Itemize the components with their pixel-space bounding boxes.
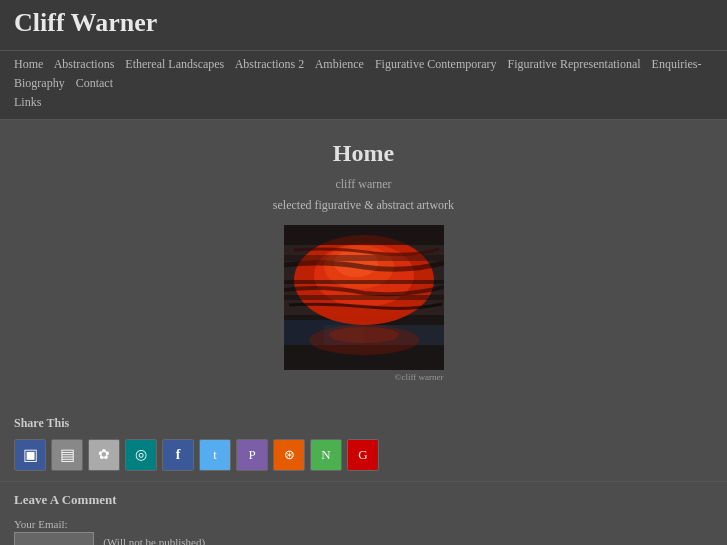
email-note: (Will not be published) — [103, 536, 205, 545]
stumbleupon-icon: ◎ — [135, 446, 147, 463]
share-icon-google[interactable]: G — [347, 439, 379, 471]
digg-icon: ▤ — [60, 445, 75, 464]
share-icon-stumbleupon[interactable]: ◎ — [125, 439, 157, 471]
nav-ambience[interactable]: Ambience — [315, 57, 364, 71]
svg-rect-10 — [284, 295, 444, 300]
newsvine-icon: N — [321, 447, 330, 463]
site-title: Cliff Warner — [14, 8, 713, 38]
nav-figurative-contemporary[interactable]: Figurative Contemporary — [375, 57, 497, 71]
share-icon-newsvine[interactable]: N — [310, 439, 342, 471]
nav-links[interactable]: Links — [14, 95, 41, 109]
share-icon-digg[interactable]: ▤ — [51, 439, 83, 471]
svg-rect-8 — [284, 255, 444, 261]
share-icon-delicious[interactable]: ✿ — [88, 439, 120, 471]
delicious-icon: ✿ — [98, 446, 110, 463]
rss-icon: ⊛ — [284, 447, 295, 463]
share-icon-facebook[interactable]: f — [162, 439, 194, 471]
description: selected figurative & abstract artwork — [20, 198, 707, 213]
painting-container: ©cliff warner — [284, 225, 444, 380]
svg-rect-13 — [284, 225, 444, 245]
email-label: Your Email: — [14, 518, 713, 530]
share-icon-twitter[interactable]: t — [199, 439, 231, 471]
svg-point-12 — [329, 327, 399, 343]
nav-abstractions2[interactable]: Abstractions 2 — [235, 57, 305, 71]
google-icon: G — [358, 447, 367, 463]
windows-live-icon: ▣ — [23, 445, 38, 464]
email-input[interactable] — [14, 532, 94, 545]
share-title: Share This — [14, 416, 713, 431]
main-content: Home cliff warner selected figurative & … — [0, 120, 727, 406]
comment-title: Leave A Comment — [14, 492, 713, 508]
svg-rect-9 — [284, 280, 444, 284]
nav-home[interactable]: Home — [14, 57, 43, 71]
nav-contact[interactable]: Contact — [76, 76, 113, 90]
painting-artwork — [284, 225, 444, 370]
pinterest-icon: P — [248, 447, 255, 463]
site-header: Cliff Warner — [0, 0, 727, 51]
nav-abstractions[interactable]: Abstractions — [54, 57, 115, 71]
share-icon-windows-live[interactable]: ▣ — [14, 439, 46, 471]
twitter-icon: t — [213, 447, 217, 463]
share-section: Share This ▣ ▤ ✿ ◎ f t P ⊛ N G — [0, 406, 727, 481]
painting-credit: ©cliff warner — [284, 372, 444, 382]
share-icon-rss[interactable]: ⊛ — [273, 439, 305, 471]
share-icon-pinterest[interactable]: P — [236, 439, 268, 471]
subtitle: cliff warner — [20, 177, 707, 192]
comment-section: Leave A Comment Your Email: (Will not be… — [0, 481, 727, 545]
facebook-icon: f — [176, 447, 181, 463]
nav-ethereal[interactable]: Ethereal Landscapes — [125, 57, 224, 71]
email-row: Your Email: (Will not be published) — [14, 518, 713, 545]
share-icons-list: ▣ ▤ ✿ ◎ f t P ⊛ N G — [14, 439, 713, 471]
navigation: Home Abstractions Ethereal Landscapes Ab… — [0, 51, 727, 120]
nav-figurative-representational[interactable]: Figurative Representational — [508, 57, 641, 71]
page-heading: Home — [20, 140, 707, 167]
